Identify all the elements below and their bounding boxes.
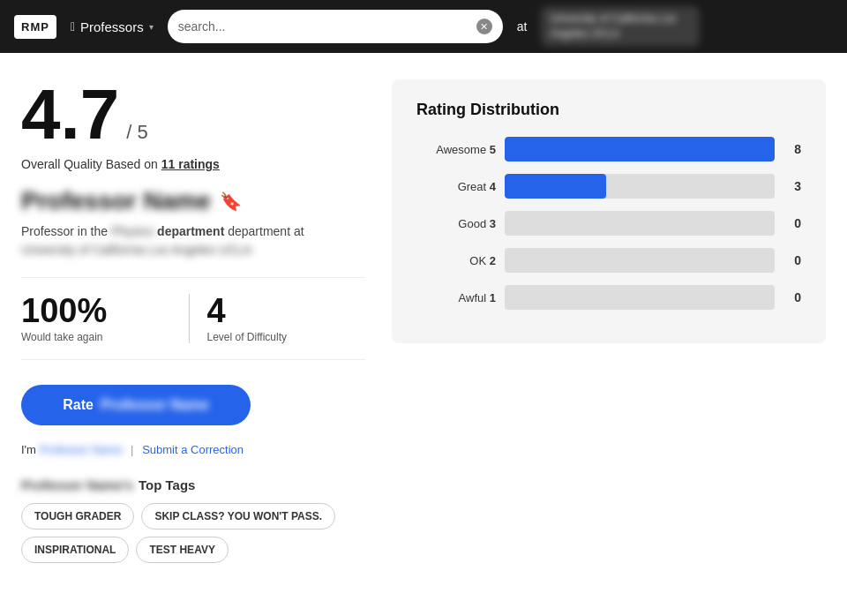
- dist-count: 0: [783, 216, 801, 230]
- top-tags-section: Professor Name's Top Tags TOUGH GRADERSK…: [21, 477, 365, 563]
- professor-name: Professor Name: [21, 187, 211, 215]
- dist-bar-container: [505, 174, 775, 199]
- tags-list: TOUGH GRADERSKIP CLASS? YOU WON'T PASS.I…: [21, 503, 365, 563]
- search-bar[interactable]: ✕: [168, 10, 503, 43]
- stats-row: 100% Would take again 4 Level of Difficu…: [21, 277, 365, 360]
- dist-bar-container: [505, 248, 775, 273]
- dist-bar: [505, 137, 775, 162]
- school-name[interactable]: University of California Los Angeles UCL…: [541, 6, 700, 47]
- im-professor-link[interactable]: Professor Name: [40, 443, 123, 456]
- dist-row: Awesome 5 8: [416, 137, 801, 162]
- difficulty-label: Level of Difficulty: [207, 331, 366, 343]
- main-content: 4.7 / 5 Overall Quality Based on 11 rati…: [0, 53, 847, 590]
- tag-item: TOUGH GRADER: [21, 503, 134, 530]
- professors-label: Professors: [80, 19, 144, 34]
- dist-bar-container: [505, 211, 775, 236]
- dist-label: Good 3: [416, 217, 496, 230]
- dist-count: 3: [783, 179, 801, 193]
- dist-row: Good 3 0: [416, 211, 801, 236]
- dist-label: OK 2: [416, 254, 496, 267]
- clear-search-button[interactable]: ✕: [476, 19, 492, 34]
- dist-row: Great 4 3: [416, 174, 801, 199]
- submit-correction-link[interactable]: Submit a Correction: [142, 443, 244, 456]
- left-panel: 4.7 / 5 Overall Quality Based on 11 rati…: [21, 79, 365, 563]
- rating-distribution-panel: Rating Distribution Awesome 5 8 Great 4 …: [392, 79, 826, 343]
- dist-row: Awful 1 0: [416, 285, 801, 310]
- dist-row: OK 2 0: [416, 248, 801, 273]
- would-take-again-stat: 100% Would take again: [21, 294, 180, 343]
- professor-name-row: Professor Name 🔖: [21, 187, 365, 215]
- top-tags-label: Top Tags: [139, 477, 195, 492]
- dist-count: 0: [783, 290, 801, 304]
- professor-dept: Professor in the Physics department depa…: [21, 222, 365, 259]
- distribution-rows: Awesome 5 8 Great 4 3 Good 3 0 O: [416, 137, 801, 310]
- bookmark-icon[interactable]: 🔖: [220, 191, 242, 212]
- dist-bar-container: [505, 137, 775, 162]
- chevron-down-icon: ▾: [149, 22, 154, 32]
- dist-label: Great 4: [416, 180, 496, 193]
- correction-row: I'm Professor Name | Submit a Correction: [21, 443, 365, 456]
- rate-label: Rate: [63, 397, 94, 413]
- tag-item: INSPIRATIONAL: [21, 537, 129, 563]
- at-label: at: [517, 19, 528, 34]
- difficulty-value: 4: [207, 294, 366, 327]
- rating-out-of: / 5: [126, 121, 147, 144]
- logo: RMP: [14, 15, 56, 39]
- overall-rating: 4.7 / 5: [21, 79, 365, 150]
- dist-bar-container: [505, 285, 775, 310]
- dist-bar: [505, 174, 606, 199]
- rate-button[interactable]: Rate Professor Name: [21, 385, 251, 425]
- overall-quality-text: Overall Quality Based on 11 ratings: [21, 157, 365, 171]
- dist-count: 8: [783, 142, 801, 156]
- top-tags-prefix: Professor Name's: [21, 477, 133, 492]
- dist-count: 0: [783, 253, 801, 267]
- department-name: Physics: [111, 222, 154, 241]
- tag-item: SKIP CLASS? YOU WON'T PASS.: [141, 503, 335, 530]
- ratings-count-link[interactable]: 11 ratings: [161, 157, 220, 171]
- difficulty-stat: 4 Level of Difficulty: [189, 294, 366, 343]
- rate-button-name: Professor Name: [101, 397, 209, 413]
- professors-menu[interactable]:  Professors ▾: [71, 19, 154, 34]
- search-input[interactable]: [178, 19, 469, 34]
- dist-label: Awesome 5: [416, 143, 496, 156]
- distribution-title: Rating Distribution: [416, 101, 801, 119]
- dist-label: Awful 1: [416, 291, 496, 304]
- separator: |: [131, 443, 133, 456]
- would-take-again-value: 100%: [21, 294, 180, 327]
- would-take-again-label: Would take again: [21, 331, 180, 343]
- navbar: RMP  Professors ▾ ✕ at University of Ca…: [0, 0, 847, 53]
- rating-number: 4.7: [21, 79, 119, 150]
- apple-icon: : [71, 19, 75, 34]
- top-tags-title: Professor Name's Top Tags: [21, 477, 365, 492]
- school-affiliation: University of California Los Angeles UCL…: [21, 241, 251, 259]
- tag-item: TEST HEAVY: [136, 537, 228, 563]
